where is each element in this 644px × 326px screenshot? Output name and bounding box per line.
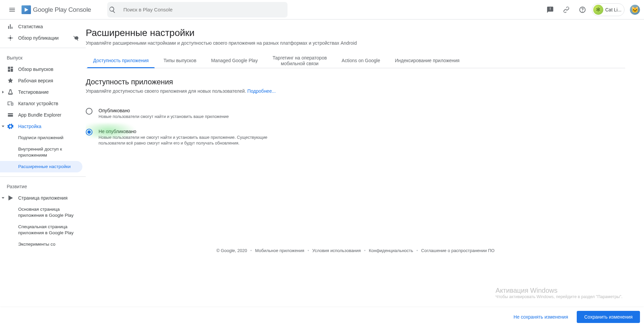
hamburger-menu-button[interactable]: [4, 2, 20, 18]
discard-button[interactable]: Не сохранять изменения: [507, 311, 574, 323]
search-icon: [109, 6, 123, 13]
feedback-button[interactable]: [543, 3, 557, 16]
nav-release-overview[interactable]: Обзор выпусков: [0, 64, 86, 75]
windows-activation-watermark: Активация Windows Чтобы активировать Win…: [495, 287, 622, 299]
nav-app-signing[interactable]: Подписи приложений: [0, 132, 86, 144]
tabs: Доступность приложения Типы выпусков Man…: [86, 54, 625, 68]
nav-bundle-explorer[interactable]: App Bundle Explorer: [0, 109, 86, 121]
footer-link-privacy[interactable]: Конфиденциальность: [369, 248, 413, 253]
app-avatar-icon: [593, 5, 603, 15]
tab-managed-play[interactable]: Managed Google Play: [204, 54, 265, 68]
nav-experiments[interactable]: Эксперименты со: [0, 239, 86, 250]
link-button[interactable]: [560, 3, 573, 16]
radio-input-published[interactable]: [86, 108, 92, 115]
help-button[interactable]: [576, 3, 589, 16]
play-icon: [7, 194, 14, 202]
radio-desc: Новые пользователи смогут найти и устано…: [99, 114, 287, 120]
section-desc: Управляйте доступностью своего приложени…: [86, 88, 625, 94]
radio-desc: Новые пользователи не смогут найти и уст…: [99, 135, 287, 147]
nav-label: Настройка: [18, 124, 41, 129]
search-container: [107, 2, 288, 17]
chevron-right-icon: [1, 90, 5, 94]
save-button[interactable]: Сохранить изменения: [577, 311, 640, 323]
tab-actions-google[interactable]: Actions on Google: [334, 54, 387, 68]
logo-text: Google Play Console: [33, 6, 91, 13]
main-content: Расширенные настройки Управляйте расшире…: [86, 19, 644, 326]
tab-availability[interactable]: Доступность приложения: [86, 54, 156, 68]
radio-label: Не опубликовано: [99, 129, 625, 134]
nav-label: Расширенные настройки: [18, 164, 71, 170]
section-label: Выпуск: [7, 55, 23, 60]
bundle-icon: [7, 111, 14, 119]
nav-label: Статистика: [18, 24, 43, 29]
nav-label: Подписи приложений: [18, 135, 64, 141]
chevron-down-icon: [1, 196, 5, 200]
nav-label: Обзор публикации: [18, 35, 59, 41]
sidebar: Статистика Обзор публикации Выпуск Об: [0, 19, 86, 326]
flask-icon: [7, 88, 14, 96]
nav-store-presence[interactable]: Страница приложения: [0, 192, 86, 204]
feedback-icon: [546, 6, 554, 13]
section-growth: Развитие: [0, 181, 86, 192]
footer-copyright: © Google, 2020: [216, 248, 247, 253]
managed-off-icon: [73, 35, 79, 41]
page-subtitle: Управляйте расширенными настройками и до…: [86, 40, 625, 46]
nav-label: Рабочая версия: [18, 78, 53, 83]
nav-label: Страница приложения: [18, 195, 68, 201]
nav-label: Внутренний доступ к приложениям: [18, 146, 79, 158]
rocket-icon: [7, 77, 14, 84]
menu-icon: [8, 6, 16, 13]
help-icon: [579, 6, 586, 13]
availability-radio-group: Опубликовано Новые пользователи смогут н…: [86, 107, 625, 154]
nav-publishing-overview[interactable]: Обзор публикации: [0, 32, 86, 44]
footer-link-distribution[interactable]: Соглашение о распространении ПО: [421, 248, 494, 253]
play-logo-icon: [22, 5, 31, 14]
nav-label: Каталог устройств: [18, 101, 58, 106]
nav-label: Основная страница приложения в Google Pl…: [18, 206, 79, 218]
play-console-logo[interactable]: Google Play Console: [22, 5, 91, 14]
learn-more-link[interactable]: Подробнее...: [248, 88, 276, 94]
nav-device-catalog[interactable]: Каталог устройств: [0, 98, 86, 109]
nav-label: Специальная страница приложения в Google…: [18, 224, 79, 236]
nav-custom-listing[interactable]: Специальная страница приложения в Google…: [0, 221, 86, 239]
radio-input-unpublished[interactable]: [86, 129, 92, 135]
search-input[interactable]: [123, 7, 286, 12]
section-release: Выпуск: [0, 52, 86, 64]
footer-link-terms[interactable]: Условия использования: [312, 248, 361, 253]
nav-label: Эксперименты со: [18, 241, 55, 247]
nav-production[interactable]: Рабочая версия: [0, 75, 86, 86]
publishing-icon: [7, 34, 14, 42]
devices-icon: [7, 100, 14, 107]
tab-carrier-targeting[interactable]: Таргетинг на операторовмобильной связи: [265, 54, 334, 68]
chevron-down-icon: [1, 124, 5, 129]
nav-statistics[interactable]: Статистика: [0, 21, 86, 32]
radio-option-published[interactable]: Опубликовано Новые пользователи смогут н…: [86, 107, 625, 127]
account-switcher[interactable]: Cat Li...: [592, 3, 624, 16]
section-title: Доступность приложения: [86, 78, 625, 86]
nav-testing[interactable]: Тестирование: [0, 86, 86, 98]
nav-setup[interactable]: Настройка: [0, 121, 86, 132]
user-avatar[interactable]: [630, 5, 640, 15]
nav-label: Тестирование: [18, 89, 49, 95]
radio-label: Опубликовано: [99, 108, 625, 113]
gear-icon: [7, 123, 14, 130]
tab-app-indexing[interactable]: Индексирование приложения: [387, 54, 467, 68]
nav-main-listing[interactable]: Основная страница приложения в Google Pl…: [0, 204, 86, 221]
stats-icon: [7, 23, 14, 30]
dashboard-icon: [7, 66, 14, 73]
header: Google Play Console Cat Li...: [0, 0, 644, 19]
nav-label: App Bundle Explorer: [18, 112, 61, 118]
page-footer: © Google, 2020 • Мобильное приложения • …: [86, 248, 625, 253]
section-label: Развитие: [7, 184, 27, 189]
nav-internal-sharing[interactable]: Внутренний доступ к приложениям: [0, 144, 86, 161]
link-icon: [563, 6, 570, 13]
header-actions: Cat Li...: [543, 3, 640, 16]
account-name: Cat Li...: [605, 7, 621, 12]
nav-advanced-settings[interactable]: Расширенные настройки: [0, 161, 82, 172]
save-bar: Не сохранять изменения Сохранить изменен…: [0, 307, 644, 326]
radio-option-unpublished[interactable]: Не опубликовано Новые пользователи не см…: [86, 127, 625, 154]
page-title: Расширенные настройки: [86, 28, 625, 38]
tab-release-types[interactable]: Типы выпусков: [156, 54, 204, 68]
footer-link-mobile[interactable]: Мобильное приложения: [255, 248, 304, 253]
nav-label: Обзор выпусков: [18, 67, 53, 72]
